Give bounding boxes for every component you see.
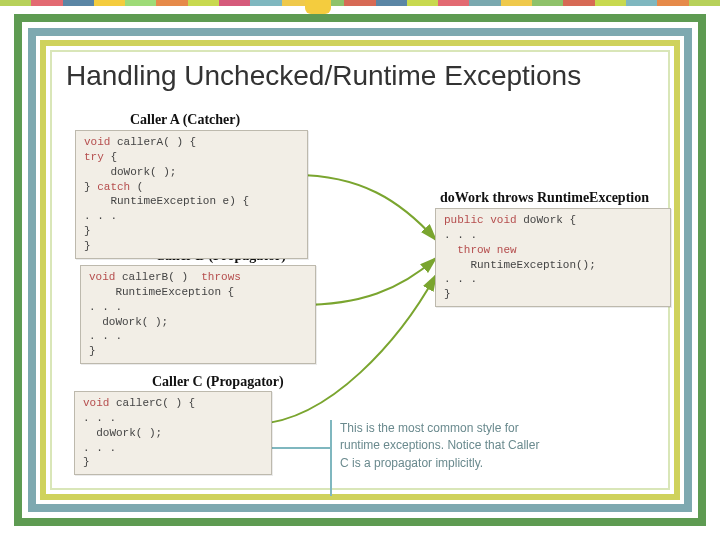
note-bar — [330, 420, 332, 496]
code-box-dowork: public void doWork { . . . throw new Run… — [435, 208, 671, 307]
kw: throws — [201, 271, 241, 283]
header-caller-a: Caller A (Catcher) — [130, 112, 240, 128]
kw: void — [83, 397, 109, 409]
code-text: } — [84, 181, 97, 193]
code-text: . . . — [444, 229, 477, 241]
code-text: . . . — [444, 273, 477, 285]
code-text: ( — [130, 181, 143, 193]
kw: catch — [97, 181, 130, 193]
code-text: . . . — [83, 412, 116, 424]
header-caller-c: Caller C (Propagator) — [152, 374, 284, 390]
code-text: doWork { — [517, 214, 576, 226]
code-text: } — [444, 288, 451, 300]
slide-title: Handling Unchecked/Runtime Exceptions — [66, 60, 660, 92]
code-text: . . . — [84, 210, 117, 222]
header-dowork: doWork throws RuntimeException — [440, 190, 649, 206]
code-text: . . . — [89, 330, 122, 342]
code-text: doWork( ); — [89, 316, 168, 328]
kw: void — [84, 136, 110, 148]
top-color-bar — [0, 0, 720, 6]
code-text: RuntimeException { — [89, 286, 234, 298]
code-text: RuntimeException e) { — [84, 195, 249, 207]
code-text: callerA( ) { — [110, 136, 196, 148]
code-text: doWork( ); — [83, 427, 162, 439]
kw: void — [89, 271, 115, 283]
code-box-caller-c: void callerC( ) { . . . doWork( ); . . .… — [74, 391, 272, 475]
code-box-caller-a: void callerA( ) { try { doWork( ); } cat… — [75, 130, 308, 259]
code-text: { — [104, 151, 117, 163]
code-text: doWork( ); — [84, 166, 176, 178]
kw: try — [84, 151, 104, 163]
code-text: . . . — [83, 442, 116, 454]
kw: public void — [444, 214, 517, 226]
code-text: } — [83, 456, 90, 468]
code-text: callerC( ) { — [109, 397, 195, 409]
code-text: callerB( ) — [115, 271, 201, 283]
code-text: RuntimeException(); — [444, 259, 596, 271]
code-text: . . . — [89, 301, 122, 313]
kw: throw new — [444, 244, 517, 256]
code-box-caller-b: void callerB( ) throws RuntimeException … — [80, 265, 316, 364]
yellow-tab — [305, 0, 331, 14]
code-text: } — [84, 225, 91, 237]
note-text: This is the most common style for runtim… — [340, 420, 540, 472]
code-text: } — [84, 240, 91, 252]
code-text: } — [89, 345, 96, 357]
